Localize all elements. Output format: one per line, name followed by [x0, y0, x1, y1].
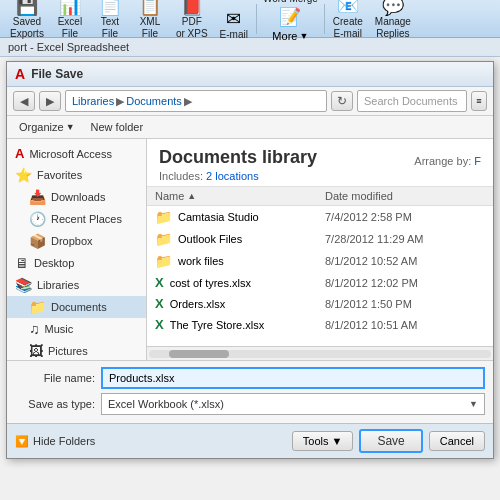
- cancel-button[interactable]: Cancel: [429, 431, 485, 451]
- folder-icon: 📁: [155, 231, 172, 247]
- sidebar-item-desktop[interactable]: 🖥 Desktop: [7, 252, 146, 274]
- hide-folders-button[interactable]: 🔽 Hide Folders: [15, 435, 95, 448]
- arrange-by-value[interactable]: F: [474, 155, 481, 167]
- text-file-button[interactable]: 📄 Text File: [90, 0, 130, 42]
- documents-label: Documents: [51, 301, 107, 313]
- organize-arrow: ▼: [66, 122, 75, 132]
- arrange-by-label: Arrange by:: [414, 155, 471, 167]
- sidebar-item-recent-places[interactable]: 🕐 Recent Places: [7, 208, 146, 230]
- breadcrumb[interactable]: Libraries ▶ Documents ▶: [65, 90, 327, 112]
- savetype-select[interactable]: Excel Workbook (*.xlsx) ▼: [101, 393, 485, 415]
- address-bar: ◀ ▶ Libraries ▶ Documents ▶ ↻ Search Doc…: [7, 87, 493, 116]
- horizontal-scrollbar[interactable]: [147, 346, 493, 360]
- xml-file-button[interactable]: 📋 XML File: [130, 0, 170, 42]
- breadcrumb-libraries[interactable]: Libraries: [72, 95, 114, 107]
- text-icon: 📄: [99, 0, 121, 15]
- savetype-row: Save as type: Excel Workbook (*.xlsx) ▼: [15, 393, 485, 415]
- savetype-value: Excel Workbook (*.xlsx): [108, 398, 224, 410]
- create-email-button[interactable]: 📧 Create E-mail: [327, 0, 369, 42]
- pictures-icon: 🖼: [29, 343, 43, 359]
- ribbon: 💾 Saved Exports 📊 Excel File 📄 Text File…: [0, 0, 500, 38]
- list-item[interactable]: X Orders.xlsx 8/1/2012 1:50 PM: [147, 293, 493, 314]
- recent-places-icon: 🕐: [29, 211, 46, 227]
- library-header: Documents library Includes: 2 locations …: [147, 139, 493, 187]
- save-form: File name: Save as type: Excel Workbook …: [7, 360, 493, 423]
- access-sidebar-label: Microsoft Access: [29, 148, 112, 160]
- create-email-label: Create E-mail: [333, 16, 363, 40]
- sidebar-item-pictures[interactable]: 🖼 Pictures: [7, 340, 146, 360]
- more-button[interactable]: More ▼: [268, 28, 312, 44]
- list-item[interactable]: X The Tyre Store.xlsx 8/1/2012 10:51 AM: [147, 314, 493, 335]
- dropbox-label: Dropbox: [51, 235, 93, 247]
- manage-replies-button[interactable]: 💬 Manage Replies: [369, 0, 417, 42]
- saved-exports-button[interactable]: 💾 Saved Exports: [4, 0, 50, 42]
- list-item[interactable]: X cost of tyres.xlsx 8/1/2012 12:02 PM: [147, 272, 493, 293]
- forward-button[interactable]: ▶: [39, 91, 61, 111]
- organize-button[interactable]: Organize ▼: [15, 119, 79, 135]
- file-date: 7/4/2012 2:58 PM: [325, 211, 485, 223]
- excel-file-icon: X: [155, 317, 164, 332]
- file-items-list: 📁 Camtasia Studio 7/4/2012 2:58 PM 📁 Out…: [147, 206, 493, 346]
- date-header-label: Date modified: [325, 190, 393, 202]
- saved-exports-label: Saved Exports: [10, 16, 44, 40]
- sidebar-item-favorites[interactable]: ⭐ Favorites: [7, 164, 146, 186]
- text-label: Text File: [101, 16, 119, 40]
- xml-label: XML File: [140, 16, 161, 40]
- list-item[interactable]: 📁 Outlook Files 7/28/2012 11:29 AM: [147, 228, 493, 250]
- file-name: Camtasia Studio: [178, 211, 325, 223]
- pdf-button[interactable]: 📕 PDF or XPS: [170, 0, 214, 42]
- word-merge-group[interactable]: Word Merge 📝 More ▼: [259, 0, 322, 46]
- back-button[interactable]: ◀: [13, 91, 35, 111]
- save-label: Save: [377, 434, 404, 448]
- filename-input[interactable]: [101, 367, 485, 389]
- desktop-label: Desktop: [34, 257, 74, 269]
- date-column-header[interactable]: Date modified: [325, 190, 485, 202]
- breadcrumb-separator-2: ▶: [184, 95, 192, 108]
- list-item[interactable]: 📁 work files 8/1/2012 10:52 AM: [147, 250, 493, 272]
- more-label: More: [272, 30, 297, 42]
- tools-label: Tools: [303, 435, 329, 447]
- dialog-titlebar: A File Save: [7, 62, 493, 87]
- breadcrumb-documents[interactable]: Documents: [126, 95, 182, 107]
- list-item[interactable]: 📁 Camtasia Studio 7/4/2012 2:58 PM: [147, 206, 493, 228]
- tools-button[interactable]: Tools ▼: [292, 431, 354, 451]
- word-merge-label: Word Merge: [263, 0, 318, 4]
- excel-file-button[interactable]: 📊 Excel File: [50, 0, 90, 42]
- libraries-icon: 📚: [15, 277, 32, 293]
- scrollbar-thumb[interactable]: [169, 350, 229, 358]
- arrange-by-area: Arrange by: F: [414, 155, 481, 167]
- save-button[interactable]: Save: [359, 429, 422, 453]
- locations-link[interactable]: 2 locations: [206, 170, 259, 182]
- favorites-icon: ⭐: [15, 167, 32, 183]
- excel-file-icon: X: [155, 296, 164, 311]
- savetype-dropdown-arrow: ▼: [469, 399, 478, 409]
- pictures-label: Pictures: [48, 345, 88, 357]
- view-options-button[interactable]: ≡: [471, 91, 487, 111]
- sidebar-item-microsoft-access[interactable]: A Microsoft Access: [7, 143, 146, 164]
- ribbon-separator: [256, 4, 257, 34]
- hide-folders-label: Hide Folders: [33, 435, 95, 447]
- search-box[interactable]: Search Documents: [357, 90, 467, 112]
- sidebar-item-dropbox[interactable]: 📦 Dropbox: [7, 230, 146, 252]
- file-date: 8/1/2012 10:51 AM: [325, 319, 485, 331]
- new-folder-button[interactable]: New folder: [87, 119, 148, 135]
- email-button[interactable]: ✉ E-mail: [214, 8, 254, 42]
- dialog-main-content: A Microsoft Access ⭐ Favorites 📥 Downloa…: [7, 139, 493, 360]
- sidebar-item-documents[interactable]: 📁 Documents: [7, 296, 146, 318]
- file-date: 8/1/2012 1:50 PM: [325, 298, 485, 310]
- name-header-label: Name: [155, 190, 184, 202]
- xml-icon: 📋: [139, 0, 161, 15]
- file-name: Outlook Files: [178, 233, 325, 245]
- sidebar-item-libraries[interactable]: 📚 Libraries: [7, 274, 146, 296]
- file-date: 8/1/2012 12:02 PM: [325, 277, 485, 289]
- sidebar-item-music[interactable]: ♫ Music: [7, 318, 146, 340]
- sidebar-item-downloads[interactable]: 📥 Downloads: [7, 186, 146, 208]
- includes-label: Includes:: [159, 170, 203, 182]
- filename-row: File name:: [15, 367, 485, 389]
- pdf-label: PDF or XPS: [176, 16, 208, 40]
- access-icon: A: [15, 66, 25, 82]
- hide-folders-icon: 🔽: [15, 435, 29, 448]
- library-includes: Includes: 2 locations: [159, 170, 317, 182]
- name-column-header[interactable]: Name ▲: [155, 190, 325, 202]
- refresh-button[interactable]: ↻: [331, 91, 353, 111]
